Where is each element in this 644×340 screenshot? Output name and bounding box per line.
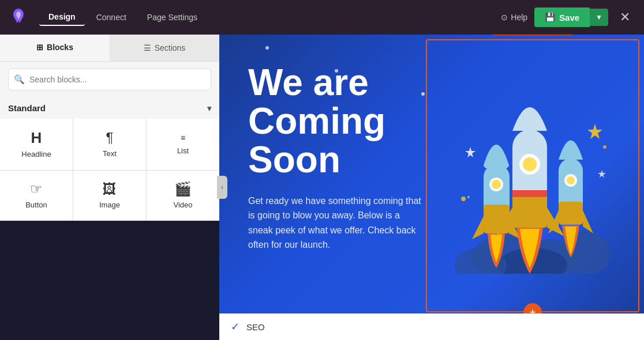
svg-rect-16 xyxy=(559,202,583,225)
nav-tab-page-settings[interactable]: Page Settings xyxy=(138,9,207,26)
block-image[interactable]: 🖼 Image xyxy=(73,171,146,221)
panel-collapse-handle[interactable]: ‹ xyxy=(217,176,227,199)
block-headline[interactable]: H Headline xyxy=(0,119,73,170)
svg-rect-14 xyxy=(512,190,547,197)
button-icon: ☞ xyxy=(30,182,43,196)
blocks-tab-icon: ⊞ xyxy=(36,43,43,52)
star-dot-4 xyxy=(289,121,291,123)
block-list[interactable]: ≡ List xyxy=(147,119,219,170)
svg-point-9 xyxy=(492,180,501,189)
text-icon: ¶ xyxy=(106,131,114,145)
main-layout: ⊞ Blocks ☰ Sections 🔍 Standard ▾ xyxy=(0,35,644,340)
help-button[interactable]: ⊙ Help xyxy=(501,13,527,22)
search-icon: 🔍 xyxy=(14,74,25,85)
video-icon: 🎬 xyxy=(174,182,192,196)
logo-icon xyxy=(9,7,28,28)
list-icon: ≡ xyxy=(181,134,185,142)
svg-rect-11 xyxy=(512,196,547,228)
svg-point-18 xyxy=(567,176,575,184)
svg-point-23 xyxy=(603,145,606,149)
help-icon: ⊙ xyxy=(501,13,508,22)
rocket-section[interactable]: ✛ ⚙ 💾 ⧉ 🗑 xyxy=(426,39,639,312)
element-toolbar: ✛ ⚙ 💾 ⧉ 🗑 xyxy=(492,35,574,35)
headline-icon: H xyxy=(31,130,42,145)
star-dot-2 xyxy=(335,69,338,73)
image-icon: 🖼 xyxy=(103,182,117,196)
seo-label: SEO xyxy=(246,322,265,332)
nav-tab-connect[interactable]: Connect xyxy=(87,9,136,26)
standard-section-header: Standard ▾ xyxy=(0,97,219,119)
star-dot-3 xyxy=(421,92,425,96)
left-panel-wrapper: ⊞ Blocks ☰ Sections 🔍 Standard ▾ xyxy=(0,35,219,340)
save-dropdown-button[interactable]: ▼ xyxy=(590,9,608,26)
close-button[interactable]: ✕ xyxy=(615,7,635,27)
save-group: 💾 Save ▼ xyxy=(534,7,608,27)
nav-tab-design[interactable]: Design xyxy=(39,9,85,26)
svg-point-22 xyxy=(461,197,466,201)
star-dot-1 xyxy=(265,46,269,50)
coming-soon-description: Get ready we have something coming that … xyxy=(248,194,427,252)
rocket-illustration xyxy=(452,78,613,274)
canvas-area: We are Coming Soon Get ready we have som… xyxy=(219,35,644,340)
svg-marker-19 xyxy=(587,124,602,139)
coming-soon-title: We are Coming Soon xyxy=(248,63,444,180)
blocks-grid: H Headline ¶ Text ≡ List ☞ xyxy=(0,119,219,221)
seo-check-icon: ✓ xyxy=(231,320,239,333)
nav-tabs: Design Connect Page Settings xyxy=(39,9,207,26)
svg-marker-21 xyxy=(598,170,606,177)
left-panel: ⊞ Blocks ☰ Sections 🔍 Standard ▾ xyxy=(0,35,219,221)
seo-bar[interactable]: ✓ SEO xyxy=(219,313,644,340)
save-icon: 💾 xyxy=(545,12,556,22)
save-button[interactable]: 💾 Save xyxy=(534,7,590,27)
svg-point-13 xyxy=(523,157,537,171)
top-navigation: Design Connect Page Settings ⊙ Help 💾 Sa… xyxy=(0,0,644,35)
svg-marker-20 xyxy=(465,147,475,157)
sections-tab-icon: ☰ xyxy=(144,43,151,52)
tab-blocks[interactable]: ⊞ Blocks xyxy=(0,35,110,61)
nav-right: ⊙ Help 💾 Save ▼ ✕ xyxy=(501,7,635,27)
panel-tabs: ⊞ Blocks ☰ Sections xyxy=(0,35,219,62)
search-input[interactable] xyxy=(8,69,211,90)
search-area: 🔍 xyxy=(0,62,219,97)
block-text[interactable]: ¶ Text xyxy=(73,119,146,170)
tab-sections[interactable]: ☰ Sections xyxy=(110,35,219,61)
block-button[interactable]: ☞ Button xyxy=(0,171,73,221)
chevron-down-icon: ▾ xyxy=(207,104,211,113)
block-video[interactable]: 🎬 Video xyxy=(147,171,219,221)
